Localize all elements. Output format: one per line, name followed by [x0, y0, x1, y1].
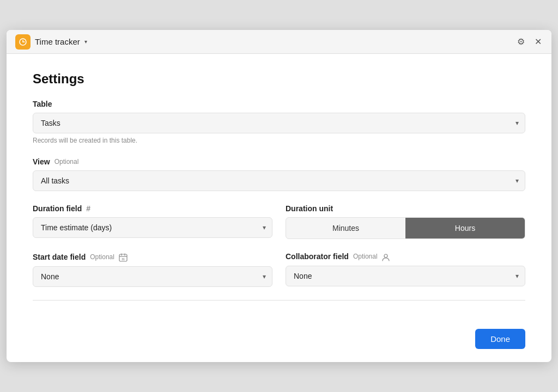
duration-unit-section: Duration unit Minutes Hours [286, 204, 525, 239]
view-label: View Optional [33, 157, 525, 166]
duration-unit-toggle: Minutes Hours [286, 217, 525, 239]
svg-point-8 [384, 254, 387, 258]
view-select[interactable]: All tasks [33, 170, 525, 191]
settings-content: Settings Table Tasks Records will be cre… [7, 54, 551, 322]
start-date-optional-badge: Optional [90, 253, 114, 261]
title-dropdown-icon[interactable]: ▾ [84, 39, 87, 45]
titlebar-left: Time tracker ▾ [15, 34, 87, 50]
collaborator-optional-badge: Optional [353, 253, 378, 260]
duration-field-label: Duration field # [33, 204, 272, 213]
start-date-select[interactable]: None [33, 266, 272, 287]
start-date-select-wrapper: None [33, 266, 272, 287]
person-icon [382, 252, 390, 261]
hours-button[interactable]: Hours [405, 218, 525, 238]
app-title: Time tracker [35, 37, 80, 46]
collaborator-select[interactable]: None [286, 266, 525, 286]
titlebar: Time tracker ▾ ⚙ ✕ [7, 30, 551, 54]
table-label: Table [33, 100, 525, 108]
view-optional-badge: Optional [54, 158, 79, 166]
table-hint: Records will be created in this table. [33, 137, 525, 144]
view-section: View Optional All tasks [33, 157, 525, 191]
gear-button[interactable]: ⚙ [516, 35, 526, 48]
table-section: Table Tasks Records will be created in t… [33, 100, 525, 144]
minutes-button[interactable]: Minutes [286, 218, 405, 238]
calendar-icon: 31 [119, 252, 128, 261]
footer-divider [33, 300, 525, 301]
gear-icon: ⚙ [517, 36, 525, 47]
date-collaborator-row: Start date field Optional 31 [33, 252, 525, 286]
duration-unit-label: Duration unit [286, 204, 525, 213]
page-title: Settings [33, 71, 525, 87]
hash-icon: # [86, 204, 90, 213]
close-icon: ✕ [535, 36, 542, 47]
duration-field-section: Duration field # Time estimate (days) [33, 204, 272, 239]
titlebar-right: ⚙ ✕ [516, 35, 543, 48]
table-select-wrapper: Tasks [33, 113, 525, 133]
footer: Done [7, 322, 551, 362]
view-select-wrapper: All tasks [33, 170, 525, 191]
duration-field-select[interactable]: Time estimate (days) [33, 217, 272, 238]
duration-row: Duration field # Time estimate (days) Du… [33, 204, 525, 239]
duration-field-select-wrapper: Time estimate (days) [33, 217, 272, 238]
app-icon [15, 34, 31, 50]
done-button[interactable]: Done [475, 329, 525, 349]
start-date-section: Start date field Optional 31 [33, 252, 272, 286]
close-button[interactable]: ✕ [533, 35, 543, 48]
collaborator-label: Collaborator field Optional [286, 252, 525, 261]
collaborator-section: Collaborator field Optional None [286, 252, 525, 286]
start-date-label: Start date field Optional 31 [33, 252, 272, 261]
svg-text:31: 31 [122, 258, 125, 261]
collaborator-select-wrapper: None [286, 266, 525, 286]
table-select[interactable]: Tasks [33, 113, 525, 133]
app-window: Time tracker ▾ ⚙ ✕ Settings Table Tasks [7, 30, 551, 362]
